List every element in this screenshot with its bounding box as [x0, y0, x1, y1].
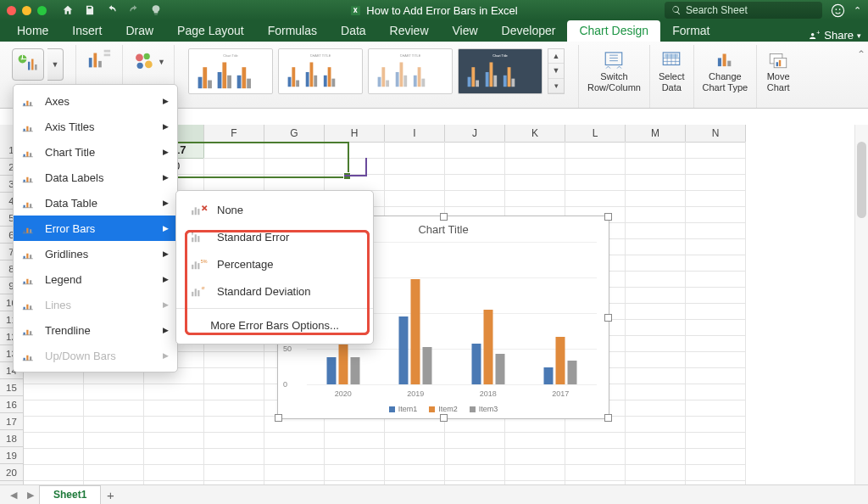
bar[interactable]	[495, 354, 504, 384]
cell[interactable]	[686, 142, 746, 159]
cell[interactable]	[626, 367, 686, 384]
cell[interactable]	[686, 416, 746, 433]
cell[interactable]	[686, 222, 746, 239]
tab-insert[interactable]: Insert	[60, 20, 114, 42]
sheet-tab-active[interactable]: Sheet1	[39, 485, 101, 505]
row-header[interactable]: 19	[0, 447, 24, 464]
column-header[interactable]: H	[325, 125, 385, 143]
cell[interactable]	[84, 384, 144, 400]
cell[interactable]	[24, 464, 84, 481]
cell[interactable]	[144, 464, 204, 481]
submenu-more-options[interactable]: More Error Bars Options...	[176, 312, 373, 339]
cell[interactable]	[626, 351, 686, 368]
cell[interactable]	[204, 351, 264, 368]
cell[interactable]	[565, 174, 626, 191]
cell[interactable]	[686, 206, 746, 223]
chart-style-3[interactable]: CHART TITLE	[368, 48, 453, 94]
cell[interactable]	[24, 432, 84, 449]
resize-handle[interactable]	[604, 414, 612, 422]
tab-chart-design[interactable]: Chart Design	[567, 20, 660, 42]
resize-handle[interactable]	[604, 213, 612, 221]
cell[interactable]	[686, 464, 746, 481]
titlebar-chevron-icon[interactable]: ⌃	[854, 5, 861, 16]
bar[interactable]	[556, 337, 565, 384]
submenu-item-none[interactable]: None	[176, 196, 373, 223]
chart-legend[interactable]: Item1Item2Item3	[278, 405, 609, 413]
cell[interactable]	[626, 287, 686, 304]
menu-item-axis-titles[interactable]: Axis Titles▶	[14, 114, 177, 139]
cell[interactable]	[686, 335, 746, 352]
cell[interactable]	[264, 158, 325, 175]
bar[interactable]	[544, 367, 554, 384]
cell[interactable]	[385, 432, 445, 449]
column-header[interactable]: J	[445, 125, 505, 143]
bar[interactable]	[471, 344, 481, 384]
cell[interactable]	[204, 142, 264, 159]
bar[interactable]	[350, 357, 359, 384]
cell[interactable]	[626, 384, 686, 400]
row-header[interactable]: 16	[0, 396, 24, 413]
cell[interactable]	[686, 400, 746, 417]
zoom-window-button[interactable]	[37, 6, 47, 15]
vertical-scrollbar[interactable]	[854, 125, 868, 485]
cell[interactable]	[204, 416, 264, 433]
cell[interactable]	[24, 416, 84, 433]
search-sheet-input[interactable]: Search Sheet	[665, 2, 822, 19]
cell[interactable]	[204, 448, 264, 465]
row-header[interactable]: 17	[0, 413, 24, 430]
cell[interactable]	[626, 222, 686, 239]
tab-data[interactable]: Data	[329, 20, 378, 42]
scrollbar-thumb[interactable]	[857, 142, 866, 218]
menu-item-data-labels[interactable]: Data Labels▶	[14, 165, 177, 190]
cell[interactable]	[626, 464, 686, 481]
tab-view[interactable]: View	[441, 20, 490, 42]
cell[interactable]	[325, 464, 385, 481]
chart-style-1[interactable]: Chart Title	[188, 48, 273, 94]
add-chart-element-button[interactable]: +	[12, 48, 44, 81]
cell[interactable]	[565, 464, 626, 481]
cell[interactable]	[626, 319, 686, 336]
legend-item[interactable]: Item1	[389, 405, 418, 413]
cell[interactable]	[626, 174, 686, 191]
cell[interactable]	[505, 174, 565, 191]
cell[interactable]	[445, 190, 505, 207]
column-header[interactable]: G	[264, 125, 325, 143]
menu-item-axes[interactable]: Axes▶	[14, 88, 177, 114]
cell[interactable]	[626, 303, 686, 320]
chart-style-scroller[interactable]: ▲▼▾	[548, 48, 565, 94]
cell[interactable]	[325, 448, 385, 465]
cell[interactable]	[686, 432, 746, 449]
row-header[interactable]: 20	[0, 464, 24, 481]
lightbulb-icon[interactable]	[150, 4, 162, 16]
cell[interactable]	[84, 416, 144, 433]
cell[interactable]	[84, 400, 144, 417]
sheet-nav-next[interactable]: ▶	[22, 487, 39, 502]
resize-handle[interactable]	[440, 414, 448, 422]
switch-row-column-button[interactable]: Switch Row/Column	[587, 45, 641, 92]
cell[interactable]	[686, 190, 746, 207]
cell[interactable]	[686, 384, 746, 400]
cell[interactable]	[505, 448, 565, 465]
column-header[interactable]: L	[565, 125, 626, 143]
tab-developer[interactable]: Developer	[490, 20, 568, 42]
menu-item-legend[interactable]: Legend▶	[14, 266, 177, 292]
minimize-window-button[interactable]	[22, 6, 31, 15]
cell[interactable]	[626, 448, 686, 465]
cell[interactable]	[385, 142, 445, 159]
bar[interactable]	[399, 316, 409, 384]
cell[interactable]	[686, 158, 746, 175]
column-header[interactable]: M	[626, 125, 686, 143]
submenu-item-standard-deviation[interactable]: σStandard Deviation	[176, 277, 373, 305]
change-colors-button[interactable]: ▼	[131, 45, 165, 79]
cell[interactable]	[445, 158, 505, 175]
cell[interactable]	[325, 174, 385, 191]
cell[interactable]	[84, 432, 144, 449]
cell[interactable]	[686, 255, 746, 272]
tab-page-layout[interactable]: Page Layout	[165, 20, 256, 42]
close-window-button[interactable]	[7, 6, 16, 15]
column-header[interactable]: N	[686, 125, 746, 143]
cell[interactable]	[144, 384, 204, 400]
cell[interactable]	[144, 416, 204, 433]
cell[interactable]	[686, 271, 746, 288]
chart-style-4[interactable]: Chart Title	[458, 48, 542, 94]
